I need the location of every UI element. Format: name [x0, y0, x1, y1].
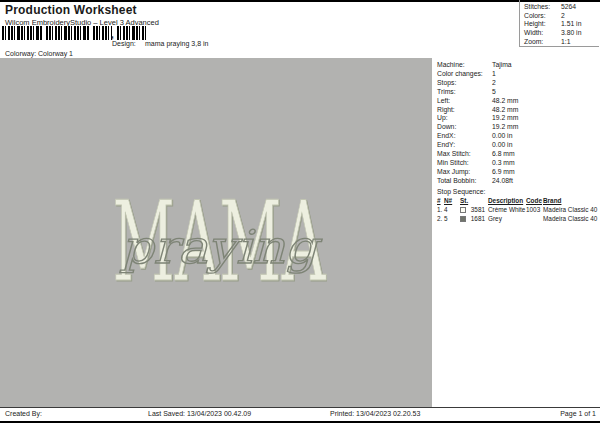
info-value: 0.00 in: [492, 132, 512, 139]
top-border-line: [0, 0, 600, 2]
info-value: 48.2 mm: [492, 97, 518, 104]
info-value: 48.2 mm: [492, 106, 518, 113]
stat-value: 5264: [561, 3, 576, 10]
cell-code: 1003: [526, 206, 540, 213]
info-down: Down: 19.2 mm: [437, 122, 600, 131]
stop-sequence-title: Stop Sequence:: [437, 188, 600, 197]
cell-needle: 4: [444, 206, 448, 213]
stat-value: 1:1: [561, 38, 570, 45]
barcode-separator: ,: [111, 29, 114, 40]
info-min-stitch: Min Stitch: 0.3 mm: [437, 158, 600, 167]
info-value: Tajima: [492, 61, 512, 68]
stop-sequence-row: 1. 4 3581 Crème White 1003 Madeira Class…: [437, 206, 597, 215]
cell-needle: 5: [444, 215, 448, 222]
stop-sequence-row: 2. 5 1681 Grey Madeira Classic 40: [437, 215, 597, 224]
footer-separator-line: [0, 407, 600, 408]
info-max-jump: Max Jump: 6.9 mm: [437, 167, 600, 176]
colorway-value: Colorway 1: [38, 50, 73, 57]
colorway-label: Colorway:: [5, 50, 38, 57]
info-value: 1: [492, 70, 496, 77]
design-label: Design:: [112, 40, 145, 47]
design-name-row: Design: mama praying 3,8 in: [112, 40, 208, 47]
stat-stitches: Stitches: 5264: [524, 2, 599, 11]
col-num: #: [437, 197, 441, 204]
info-value: 24.08ft: [492, 177, 513, 184]
cell-stitches: 3581: [468, 206, 485, 213]
info-trims: Trims: 5: [437, 87, 600, 96]
footer-created-by: Created By:: [5, 410, 42, 417]
info-label: Total Bobbin:: [437, 177, 492, 184]
info-machine: Machine: Tajima: [437, 60, 600, 69]
cell-num: 2.: [437, 215, 442, 222]
info-label: Max Jump:: [437, 168, 492, 175]
design-word-praying: praying: [119, 220, 323, 274]
info-right: Right: 48.2 mm: [437, 105, 600, 114]
barcode-suffix: [117, 26, 146, 40]
embroidery-design: MAMA praying: [112, 192, 327, 287]
footer-last-saved: Last Saved: 13/04/2023 00.42.09: [148, 410, 251, 417]
design-canvas: MAMA praying: [0, 58, 432, 407]
stat-height: Height: 1.51 in: [524, 19, 599, 28]
cell-description: Crème White: [488, 206, 525, 213]
info-value: 6.8 mm: [492, 150, 515, 157]
stat-colors: Colors: 2: [524, 11, 599, 20]
stop-sequence-table: # N# St. Description Code Brand 1. 4 358…: [437, 197, 597, 224]
stat-label: Zoom:: [524, 38, 561, 45]
footer-page-number: Page 1 of 1: [560, 410, 596, 417]
thread-color-swatch: [460, 216, 466, 222]
info-label: EndY:: [437, 141, 492, 148]
barcode-main: [2, 26, 112, 40]
info-value: 0.00 in: [492, 141, 512, 148]
stat-label: Stitches:: [524, 3, 561, 10]
info-label: Max Stitch:: [437, 150, 492, 157]
stat-label: Width:: [524, 29, 561, 36]
info-left: Left: 48.2 mm: [437, 96, 600, 105]
info-label: Left:: [437, 97, 492, 104]
info-color-changes: Color changes: 1: [437, 69, 600, 78]
info-value: 19.2 mm: [492, 114, 518, 121]
stat-label: Colors:: [524, 12, 561, 19]
col-description: Description: [488, 197, 523, 204]
stat-width: Width: 3.80 in: [524, 28, 599, 37]
stat-value: 1.51 in: [561, 20, 581, 27]
info-label: Up:: [437, 114, 492, 121]
info-label: Down:: [437, 123, 492, 130]
info-label: Trims:: [437, 88, 492, 95]
col-brand: Brand: [543, 197, 561, 204]
info-total-bobbin: Total Bobbin: 24.08ft: [437, 176, 600, 185]
bottom-border-line: [0, 421, 600, 423]
info-endx: EndX: 0.00 in: [437, 131, 600, 140]
info-label: Right:: [437, 106, 492, 113]
info-value: 5: [492, 88, 496, 95]
machine-info-panel: Machine: Tajima Color changes: 1 Stops: …: [432, 58, 600, 407]
info-label: Machine:: [437, 61, 492, 68]
design-stats-box: Stitches: 5264 Colors: 2 Height: 1.51 in…: [519, 0, 599, 47]
stop-sequence-header-row: # N# St. Description Code Brand: [437, 197, 597, 206]
info-label: Min Stitch:: [437, 159, 492, 166]
cell-description: Grey: [488, 215, 502, 222]
info-endy: EndY: 0.00 in: [437, 140, 600, 149]
stat-zoom: Zoom: 1:1: [524, 37, 599, 46]
cell-brand: Madeira Classic 40: [543, 215, 597, 222]
info-value: 19.2 mm: [492, 123, 518, 130]
thread-color-swatch: [460, 207, 466, 213]
footer-printed: Printed: 13/04/2023 02.20.53: [330, 410, 420, 417]
stat-value: 2: [561, 12, 565, 19]
info-up: Up: 19.2 mm: [437, 114, 600, 123]
col-code: Code: [526, 197, 542, 204]
production-worksheet-page: Production Worksheet Wilcom EmbroiderySt…: [0, 0, 600, 424]
stat-value: 3.80 in: [561, 29, 581, 36]
info-label: EndX:: [437, 132, 492, 139]
info-label: Stops:: [437, 79, 492, 86]
cell-num: 1.: [437, 206, 442, 213]
design-value: mama praying 3,8 in: [145, 40, 208, 47]
stat-label: Height:: [524, 20, 561, 27]
page-title: Production Worksheet: [5, 3, 137, 17]
cell-stitches: 1681: [468, 215, 485, 222]
col-stitches: St.: [460, 197, 468, 204]
colorway-row: Colorway: Colorway 1: [5, 50, 73, 57]
info-stops: Stops: 2: [437, 78, 600, 87]
col-needle: N#: [444, 197, 452, 204]
info-value: 0.3 mm: [492, 159, 515, 166]
info-max-stitch: Max Stitch: 6.8 mm: [437, 149, 600, 158]
